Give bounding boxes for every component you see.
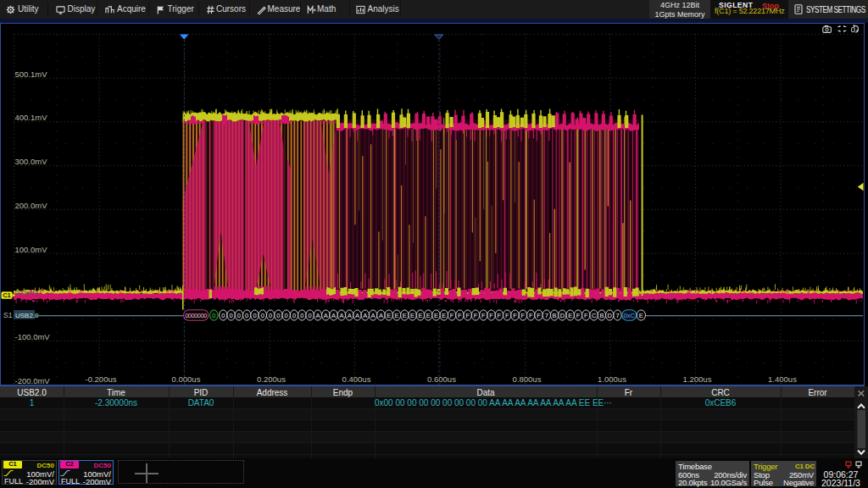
svg-text:E: E [387, 312, 391, 319]
svg-text:500.1mV: 500.1mV [15, 69, 48, 79]
svg-text:E: E [442, 312, 446, 319]
svg-text:300.0mV: 300.0mV [15, 157, 48, 166]
svg-text:F: F [489, 312, 493, 319]
svg-text:A: A [331, 312, 336, 319]
svg-text:-100.0mV: -100.0mV [15, 332, 51, 341]
svg-text:7: 7 [545, 312, 548, 319]
svg-text:A: A [339, 312, 343, 319]
svg-text:B: B [599, 312, 604, 319]
svg-text:0: 0 [237, 312, 241, 319]
svg-text:-0.200us: -0.200us [86, 374, 117, 384]
svg-text:F: F [584, 312, 588, 319]
svg-text:F: F [505, 312, 509, 319]
svg-text:B: B [553, 312, 557, 319]
svg-text:E: E [394, 312, 398, 319]
svg-text:0: 0 [212, 312, 215, 319]
svg-text:0.400us: 0.400us [342, 374, 371, 384]
svg-text:0: 0 [230, 312, 233, 319]
svg-text:0: 0 [245, 312, 248, 319]
svg-text:1.200us: 1.200us [683, 374, 712, 384]
svg-text:E: E [434, 312, 438, 319]
svg-text:1.000us: 1.000us [598, 374, 626, 384]
svg-text:0.200us: 0.200us [257, 374, 286, 384]
svg-text:0: 0 [309, 312, 312, 319]
svg-text:0: 0 [261, 312, 264, 319]
svg-text:F: F [465, 312, 470, 319]
svg-text:0.0mV: 0.0mV [15, 288, 39, 297]
svg-text:0: 0 [276, 312, 280, 319]
svg-text:F: F [521, 312, 526, 319]
svg-text:E: E [568, 312, 572, 319]
svg-text:E: E [426, 312, 431, 319]
svg-text:200.0mV: 200.0mV [15, 201, 48, 210]
svg-text:A: A [363, 312, 367, 319]
svg-text:F: F [529, 312, 533, 319]
svg-text:E: E [403, 312, 407, 319]
svg-text:0: 0 [300, 312, 303, 319]
svg-text:D: D [607, 312, 612, 319]
svg-text:F: F [498, 312, 502, 319]
svg-text:0: 0 [269, 312, 272, 319]
svg-text:E: E [418, 312, 422, 319]
svg-text:E: E [410, 312, 415, 319]
svg-text:F: F [458, 312, 462, 319]
svg-text:F: F [576, 312, 581, 319]
svg-text:0: 0 [285, 312, 288, 319]
svg-text:0xC: 0xC [624, 312, 636, 319]
svg-text:A: A [324, 312, 328, 319]
svg-text:0: 0 [221, 312, 225, 319]
svg-text:0: 0 [292, 312, 296, 319]
svg-text:F: F [537, 312, 541, 319]
svg-text:0000000: 0000000 [185, 312, 207, 319]
svg-text:-200.0mV: -200.0mV [15, 376, 51, 385]
svg-text:A: A [371, 312, 376, 319]
svg-text:C: C [592, 312, 597, 319]
svg-text:C1: C1 [3, 291, 11, 299]
svg-text:7: 7 [615, 312, 619, 319]
svg-text:A: A [379, 312, 383, 319]
svg-text:A: A [315, 312, 320, 319]
svg-text:E: E [639, 312, 643, 319]
svg-text:400.1mV: 400.1mV [15, 113, 48, 122]
svg-text:0.800us: 0.800us [513, 374, 542, 384]
svg-text:0: 0 [253, 312, 256, 319]
svg-text:A: A [348, 312, 352, 319]
svg-text:F: F [450, 312, 454, 319]
svg-text:0.000us: 0.000us [172, 374, 201, 384]
svg-text:100.0mV: 100.0mV [15, 245, 48, 254]
svg-text:F: F [481, 312, 486, 319]
svg-text:A: A [355, 312, 359, 319]
svg-text:F: F [513, 312, 517, 319]
svg-text:0.600us: 0.600us [427, 374, 456, 384]
svg-text:1.400us: 1.400us [768, 374, 797, 384]
svg-text:S1: S1 [3, 311, 13, 319]
svg-text:F: F [474, 312, 478, 319]
svg-text:D: D [560, 312, 565, 319]
